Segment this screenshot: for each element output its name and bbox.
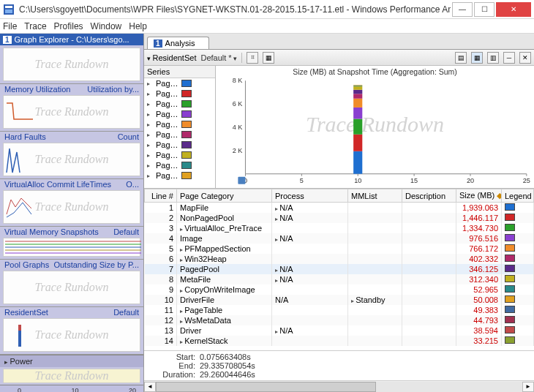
sidebar-thumb-1[interactable]: Trace Rundown xyxy=(3,95,140,129)
svg-text:25: 25 xyxy=(523,177,530,184)
table-row[interactable]: 12WsMetaData44.793 xyxy=(145,315,534,325)
graph-explorer-title: 1Graph Explorer - C:\Users\sgo... xyxy=(0,34,143,45)
menu-file[interactable]: File xyxy=(3,21,17,31)
svg-text:15: 15 xyxy=(410,177,418,184)
table-row[interactable]: 4ImageN/A976.516 xyxy=(145,233,534,244)
series-item[interactable]: ▸Pag… xyxy=(144,150,215,160)
svg-rect-32 xyxy=(353,108,362,119)
svg-rect-36 xyxy=(353,86,362,90)
table-row[interactable]: 11PageTable49.383 xyxy=(145,305,534,315)
svg-text:5: 5 xyxy=(300,177,304,184)
section-vm-snapshots[interactable]: Virtual Memory Snapshots xyxy=(4,227,99,236)
analysis-panel: 1Analysis ResidentSet Default * ⌗ ▦ ▤ ▦ … xyxy=(143,34,534,392)
analysis-toolbar: ResidentSet Default * ⌗ ▦ ▤ ▦ ▥ ─ ✕ xyxy=(144,50,534,66)
menu-window[interactable]: Window xyxy=(91,21,122,31)
maximize-button[interactable]: ☐ xyxy=(474,2,494,17)
toolbar-btn-1[interactable]: ⌗ xyxy=(247,52,258,64)
window-collapse-icon[interactable]: ─ xyxy=(503,52,515,64)
scroll-right-icon[interactable]: ► xyxy=(522,382,534,392)
table-row[interactable]: 2NonPagedPoolN/A1,446.117 xyxy=(145,213,534,223)
results-table: Line # Page Category Process MMList Desc… xyxy=(144,189,534,346)
plot[interactable]: Size (MB) at Snapshot Time (Aggregation:… xyxy=(216,66,534,188)
col-legend[interactable]: Legend xyxy=(502,189,534,203)
series-pane: Series ▸Pag…▸Pag…▸Pag…▸Pag…▸Pag…▸Pag…▸Pa… xyxy=(144,66,216,188)
series-item[interactable]: ▸Pag… xyxy=(144,170,215,181)
series-item[interactable]: ▸Pag… xyxy=(144,99,215,109)
table-row[interactable]: 9CopyOnWriteImage52.965 xyxy=(145,284,534,295)
layout-table-icon[interactable]: ▥ xyxy=(487,52,499,64)
col-process[interactable]: Process xyxy=(272,189,348,203)
table-row[interactable]: 7PagedPoolN/A346.125 xyxy=(145,264,534,274)
menubar: File Trace Profiles Window Help xyxy=(0,19,534,34)
graph-explorer-panel: 1Graph Explorer - C:\Users\sgo... Trace … xyxy=(0,34,143,392)
svg-rect-30 xyxy=(353,135,362,151)
section-memory-util-right[interactable]: Utilization by... xyxy=(87,85,139,94)
results-table-wrap[interactable]: Line # Page Category Process MMList Desc… xyxy=(144,189,534,350)
series-item[interactable]: ▸Pag… xyxy=(144,119,215,129)
menu-help[interactable]: Help xyxy=(129,21,147,31)
window-close-icon[interactable]: ✕ xyxy=(519,52,531,64)
sidebar-thumb-5[interactable]: Trace Rundown xyxy=(3,271,140,304)
series-item[interactable]: ▸Pag… xyxy=(144,129,215,140)
svg-text:10: 10 xyxy=(354,177,361,184)
layout-chart-icon[interactable]: ▤ xyxy=(455,52,467,64)
section-residentset[interactable]: ResidentSet xyxy=(4,308,48,317)
col-size[interactable]: Size (MB) ◆ xyxy=(456,189,502,203)
series-item[interactable]: ▸Pag… xyxy=(144,140,215,150)
svg-text:4 K: 4 K xyxy=(233,124,243,131)
minimize-button[interactable]: — xyxy=(452,2,473,17)
section-pool-graphs[interactable]: Pool Graphs xyxy=(4,260,49,269)
svg-rect-1 xyxy=(5,6,12,8)
table-row[interactable]: 6Win32Heap402.332 xyxy=(145,254,534,264)
svg-rect-38 xyxy=(353,85,362,86)
svg-rect-31 xyxy=(353,118,362,134)
table-row[interactable]: 14KernelStack33.215 xyxy=(145,336,534,346)
series-item[interactable]: ▸Pag… xyxy=(144,88,215,99)
svg-rect-9 xyxy=(18,325,21,331)
series-item[interactable]: ▸Pag… xyxy=(144,78,215,88)
toolbar-btn-2[interactable]: ▦ xyxy=(263,52,274,64)
sidebar-thumb-3[interactable]: Trace Rundown xyxy=(3,190,140,224)
svg-text:20: 20 xyxy=(467,177,474,184)
series-header: Series xyxy=(144,66,215,78)
sidebar-thumb-2[interactable]: Trace Rundown xyxy=(3,143,140,176)
col-description[interactable]: Description xyxy=(402,189,456,203)
sidebar-thumb-power[interactable]: Trace Rundown xyxy=(3,369,140,383)
menu-trace[interactable]: Trace xyxy=(24,21,46,31)
sidebar-thumb-0[interactable]: Trace Rundown xyxy=(0,45,143,84)
scroll-thumb[interactable] xyxy=(156,382,376,392)
horizontal-scrollbar[interactable]: ◄ ► xyxy=(144,380,534,392)
table-row[interactable]: 3VirtualAlloc_PreTrace1,334.730 xyxy=(145,223,534,233)
view-name[interactable]: ResidentSet xyxy=(147,53,196,62)
power-expander[interactable]: Power xyxy=(0,355,143,367)
col-page-category[interactable]: Page Category xyxy=(177,189,272,203)
section-virtualalloc[interactable]: VirtualAlloc Commit LifeTimes xyxy=(4,180,111,189)
table-row[interactable]: 13DriverN/A38.594 xyxy=(145,325,534,336)
svg-rect-29 xyxy=(353,151,362,174)
table-row[interactable]: 1MapFileN/A1,939.063 xyxy=(145,203,534,214)
mini-timeline[interactable]: 01020 xyxy=(0,385,143,392)
col-mmlist[interactable]: MMList xyxy=(348,189,402,203)
table-row[interactable]: 5PFMappedSection766.172 xyxy=(145,244,534,254)
svg-text:2 K: 2 K xyxy=(233,147,243,154)
close-button[interactable]: ✕ xyxy=(496,2,531,17)
scroll-left-icon[interactable]: ◄ xyxy=(144,382,156,392)
layout-split-icon[interactable]: ▦ xyxy=(471,52,483,64)
svg-rect-35 xyxy=(353,90,362,94)
series-item[interactable]: ▸Pag… xyxy=(144,109,215,119)
svg-rect-2 xyxy=(5,10,12,13)
svg-text:8 K: 8 K xyxy=(233,77,243,84)
section-hard-faults[interactable]: Hard Faults xyxy=(4,132,46,141)
series-item[interactable]: ▸Pag… xyxy=(144,160,215,170)
tab-analysis[interactable]: 1Analysis xyxy=(147,37,209,49)
svg-rect-37 xyxy=(353,86,362,86)
sidebar-thumb-4[interactable] xyxy=(3,238,140,257)
sidebar-thumb-6[interactable]: Trace Rundown xyxy=(3,318,140,352)
chart-area: Series ▸Pag…▸Pag…▸Pag…▸Pag…▸Pag…▸Pag…▸Pa… xyxy=(144,66,534,189)
table-row[interactable]: 8MetaFileN/A312.340 xyxy=(145,274,534,284)
menu-profiles[interactable]: Profiles xyxy=(54,21,83,31)
col-line[interactable]: Line # xyxy=(145,189,177,203)
preset-dropdown[interactable]: Default * xyxy=(200,53,237,62)
table-row[interactable]: 10DriverFileN/AStandby50.008 xyxy=(145,295,534,305)
section-memory-util[interactable]: Memory Utilization xyxy=(4,85,70,94)
